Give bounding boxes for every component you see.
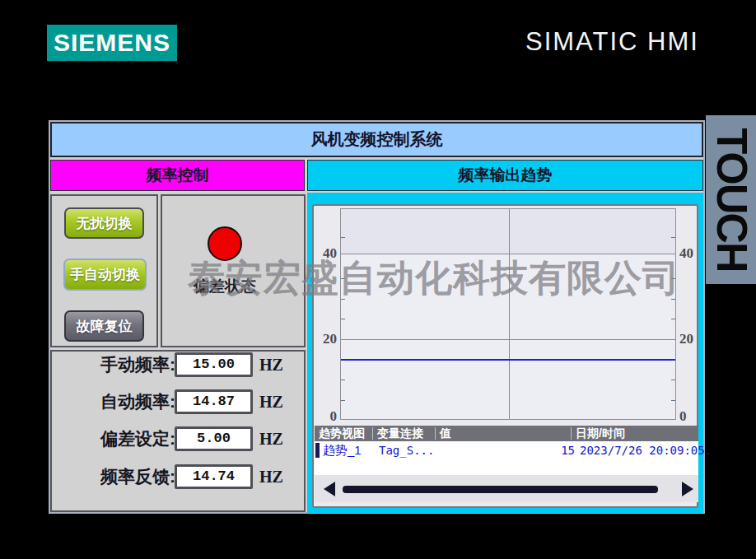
column-separator — [372, 427, 373, 440]
deviation-status-label: 偏差状态 — [184, 276, 266, 297]
yaxis-left-tick-0: 0 — [314, 408, 337, 423]
frequency-feedback-label: 频率反馈: — [62, 464, 175, 489]
indicator-group-box — [161, 194, 306, 347]
deviation-setpoint-label: 偏差设定: — [62, 426, 175, 451]
manual-frequency-unit: HZ — [259, 352, 294, 377]
deviation-setpoint-input[interactable]: 5.00 — [175, 426, 253, 451]
minor-tick — [671, 380, 675, 380]
col-trend-view: 趋势视图 — [319, 426, 365, 441]
minor-tick — [341, 319, 345, 319]
scroll-left-arrow-icon[interactable] — [324, 482, 335, 496]
hmi-screen: SIEMENS SIMATIC HMI TOUCH 风机变频控制系统 频率控制 … — [0, 0, 756, 559]
minor-tick — [671, 278, 675, 279]
auto-frequency-input[interactable]: 14.87 — [175, 389, 253, 414]
trend-table-row[interactable]: 趋势_1 Tag_S... 15 2023/7/26 20:09:05. — [315, 443, 698, 458]
touch-band: TOUCH — [706, 115, 756, 284]
fault-reset-button[interactable]: 故障复位 — [64, 310, 144, 342]
auto-frequency-label: 自动频率: — [62, 389, 175, 414]
minor-tick — [341, 299, 345, 300]
minor-tick — [671, 299, 675, 300]
control-section-header: 频率控制 — [50, 160, 305, 191]
scroll-right-arrow-icon[interactable] — [682, 482, 693, 496]
deviation-status-lamp — [208, 226, 242, 261]
col-datetime: 日期/时间 — [576, 426, 625, 441]
col-value: 值 — [440, 426, 451, 441]
minor-tick — [341, 278, 345, 279]
gridline-20 — [341, 339, 675, 340]
col-tag-connection: 变量连接 — [377, 426, 423, 441]
trend-chart-plot-area — [340, 208, 676, 420]
auto-frequency-unit: HZ — [259, 389, 294, 414]
trend-section-header: 频率输出趋势 — [307, 160, 703, 191]
trend-table-body: 趋势_1 Tag_S... 15 2023/7/26 20:09:05. — [315, 441, 698, 475]
deviation-setpoint-unit: HZ — [259, 426, 294, 451]
minor-tick — [341, 400, 345, 401]
cell-value: 15 — [545, 443, 575, 458]
trend-table-header: 趋势视图 变量连接 值 日期/时间 — [315, 426, 698, 441]
touch-label: TOUCH — [706, 115, 756, 284]
minor-tick — [671, 400, 675, 401]
yaxis-left-tick-40: 40 — [314, 245, 337, 260]
gridline-vertical — [509, 209, 510, 419]
minor-tick — [671, 319, 675, 319]
bumpless-switch-button[interactable]: 无扰切换 — [64, 207, 144, 239]
scrollbar-thumb[interactable] — [343, 486, 658, 493]
simatic-hmi-label: SIMATIC HMI — [525, 27, 723, 60]
yaxis-right-tick-40: 40 — [679, 245, 702, 260]
minor-tick — [341, 237, 345, 238]
manual-frequency-input[interactable]: 15.00 — [175, 352, 253, 377]
gridline-40 — [341, 254, 675, 254]
yaxis-right-tick-0: 0 — [679, 408, 702, 423]
row-selection-bar — [315, 443, 320, 458]
column-separator — [571, 427, 572, 440]
cell-trend-name: 趋势_1 — [323, 443, 362, 458]
minor-tick — [671, 237, 675, 238]
yaxis-left-tick-20: 20 — [314, 331, 337, 346]
trend-series-line — [341, 359, 675, 361]
frequency-feedback-unit: HZ — [259, 464, 294, 489]
cell-datetime: 2023/7/26 20:09:05. — [580, 443, 712, 458]
manual-auto-switch-button[interactable]: 手自动切换 — [63, 259, 147, 291]
minor-tick — [341, 380, 345, 380]
column-separator — [435, 427, 436, 440]
trend-horizontal-scrollbar[interactable] — [315, 475, 698, 502]
cell-tag: Tag_S... — [379, 443, 434, 458]
frequency-feedback-input[interactable]: 14.74 — [175, 464, 253, 489]
manual-frequency-label: 手动频率: — [62, 352, 175, 377]
siemens-logo: SIEMENS — [47, 25, 177, 61]
page-title: 风机变频控制系统 — [50, 122, 703, 157]
plot-upper-band — [341, 209, 675, 254]
yaxis-right-tick-20: 20 — [679, 331, 702, 346]
